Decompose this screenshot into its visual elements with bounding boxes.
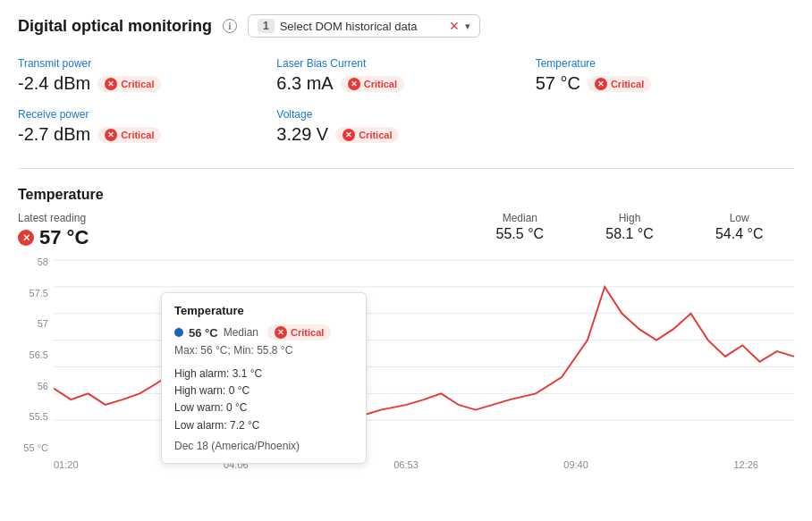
chart-tooltip: Temperature 56 °C Median ✕ Critical Max:… (161, 292, 367, 464)
chart-area: 58 57.5 57 56.5 56 55.5 55 °C (18, 256, 794, 489)
metric-label: Transmit power (18, 57, 276, 70)
y-axis-labels: 58 57.5 57 56.5 56 55.5 55 °C (18, 256, 52, 453)
metrics-grid: Transmit power -2.4 dBm ✕ Critical Laser… (18, 52, 794, 169)
latest-label: Latest reading (18, 212, 215, 224)
high-block: High 58.1 °C (575, 212, 685, 242)
y-label: 55 °C (18, 442, 48, 453)
status-badge: ✕ Critical (97, 76, 161, 92)
tooltip-median-value: 56 °C (189, 326, 218, 340)
status-badge: ✕ Critical (341, 76, 404, 92)
critical-icon: ✕ (105, 129, 117, 141)
page-title: Digital optical monitoring (18, 17, 212, 36)
y-label: 56 (18, 381, 48, 391)
x-axis-labels: 01:20 04:06 06:53 09:40 12:26 (18, 459, 794, 470)
median-block: Median 55.5 °C (465, 212, 575, 242)
y-label: 57.5 (18, 288, 48, 298)
tooltip-status-badge: ✕ Critical (267, 324, 331, 340)
status-badge: ✕ Critical (588, 76, 651, 92)
latest-value: 57 °C (39, 226, 89, 249)
metric-laser-bias: Laser Bias Current 6.3 mA ✕ Critical (276, 52, 535, 103)
critical-icon: ✕ (18, 230, 34, 246)
x-label: 01:20 (54, 459, 79, 470)
y-label: 58 (18, 256, 48, 267)
tooltip-date: Dec 18 (America/Phoenix) (174, 440, 353, 452)
tooltip-high-warn: High warn: 0 °C (174, 382, 353, 399)
metric-label: Temperature (536, 57, 794, 70)
tooltip-title: Temperature (174, 304, 353, 317)
low-value: 54.4 °C (684, 226, 794, 242)
critical-icon: ✕ (595, 78, 607, 90)
x-label: 09:40 (563, 459, 588, 470)
info-icon[interactable]: ℹ (223, 19, 237, 33)
y-label: 57 (18, 318, 48, 329)
metric-value: 6.3 mA (276, 73, 333, 94)
dom-selector[interactable]: 1 Select DOM historical data ✕ ▾ (248, 14, 480, 38)
chevron-down-icon[interactable]: ▾ (465, 21, 470, 32)
dom-selector-badge: 1 (258, 19, 275, 33)
status-badge: ✕ Critical (335, 127, 399, 143)
y-label: 55.5 (18, 411, 48, 422)
dom-selector-clear-icon[interactable]: ✕ (449, 19, 460, 33)
x-label: 06:53 (393, 459, 419, 470)
metric-receive-power: Receive power -2.7 dBm ✕ Critical (18, 103, 276, 154)
section-title: Temperature (18, 187, 794, 203)
stats-row: Latest reading ✕ 57 °C Median 55.5 °C Hi… (18, 212, 794, 249)
metric-voltage: Voltage 3.29 V ✕ Critical (276, 103, 535, 154)
latest-reading-block: Latest reading ✕ 57 °C (18, 212, 215, 249)
metric-value: 57 °C (536, 73, 580, 94)
dom-selector-text: Select DOM historical data (280, 20, 444, 33)
status-badge: ✕ Critical (97, 127, 161, 143)
high-label: High (575, 212, 685, 224)
metric-value: 3.29 V (276, 124, 328, 145)
high-value: 58.1 °C (575, 226, 685, 242)
tooltip-low-warn: Low warn: 0 °C (174, 399, 353, 416)
low-label: Low (684, 212, 794, 224)
metric-label: Receive power (18, 108, 276, 121)
median-label: Median (465, 212, 575, 224)
metric-transmit-power: Transmit power -2.4 dBm ✕ Critical (18, 52, 276, 103)
tooltip-alarms: High alarm: 3.1 °C High warn: 0 °C Low w… (174, 366, 353, 434)
tooltip-high-alarm: High alarm: 3.1 °C (174, 366, 353, 382)
tooltip-median-label: Median (224, 326, 258, 339)
metric-empty (536, 103, 794, 154)
metric-value: -2.4 dBm (18, 73, 90, 94)
y-label: 56.5 (18, 349, 48, 360)
low-block: Low 54.4 °C (684, 212, 794, 242)
critical-icon: ✕ (348, 78, 360, 90)
critical-icon: ✕ (343, 129, 355, 141)
temperature-section: Temperature Latest reading ✕ 57 °C Media… (18, 187, 794, 489)
tooltip-minmax: Max: 56 °C; Min: 55.8 °C (174, 344, 353, 357)
metric-label: Voltage (276, 108, 535, 121)
tooltip-dot-icon (174, 328, 183, 337)
metric-label: Laser Bias Current (276, 57, 535, 70)
metric-temperature: Temperature 57 °C ✕ Critical (536, 52, 794, 103)
median-value: 55.5 °C (465, 226, 575, 242)
tooltip-low-alarm: Low alarm: 7.2 °C (174, 417, 353, 434)
metric-value: -2.7 dBm (18, 124, 90, 145)
critical-icon: ✕ (105, 78, 117, 90)
critical-icon: ✕ (275, 326, 287, 339)
x-label: 12:26 (733, 459, 758, 470)
